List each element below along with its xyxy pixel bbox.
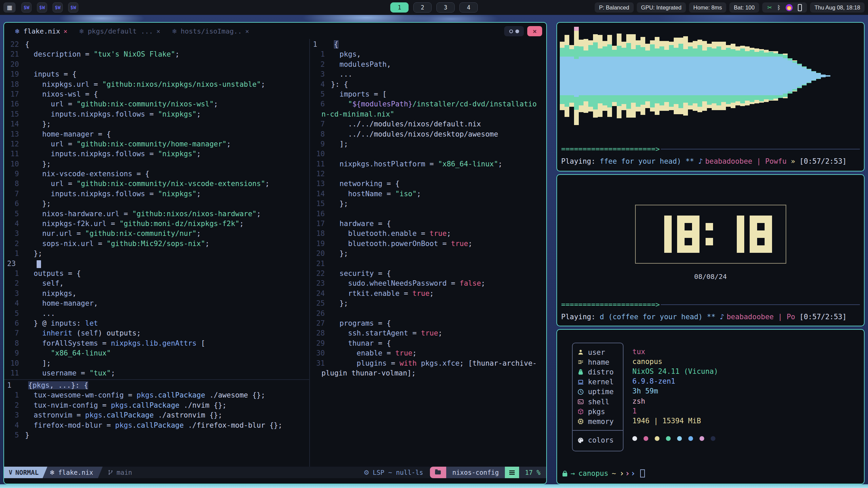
code-line[interactable]: 10 };	[4, 159, 309, 169]
code-line[interactable]: 1 };	[4, 249, 309, 259]
code-pane-pkgs-default[interactable]: 1{pkgs, ...}: {1 tux-awesome-wm-config =…	[4, 380, 309, 467]
buffer-tab-hosts-isoimage[interactable]: ❄ hosts/isoImag.. ×	[166, 23, 255, 39]
code-line[interactable]: 20	[4, 60, 309, 69]
code-line[interactable]: 1{	[310, 40, 546, 49]
code-line[interactable]: 12 url = "github:nix-community/home-mana…	[4, 139, 309, 149]
gpu-pill[interactable]: GPU: Integrated	[637, 2, 686, 13]
code-line[interactable]: 4 nixpkgs-f2k.url = "github:moni-dz/nixp…	[4, 219, 309, 229]
command-line[interactable]	[4, 478, 546, 484]
code-line[interactable]: 18 bluetooth.enable = true;	[310, 229, 546, 239]
code-line[interactable]: 23 sudo.wheelNeedsPassword = false;	[310, 279, 546, 288]
code-line[interactable]: 6 } @ inputs: let	[4, 319, 309, 328]
code-line[interactable]: 16	[310, 209, 546, 219]
home-latency-pill[interactable]: Home: 8ms	[689, 2, 726, 13]
code-line[interactable]: 19 inputs = {	[4, 69, 309, 79]
code-line[interactable]: 7 inherit (self) outputs;	[4, 328, 309, 338]
buffer-tab-flake[interactable]: ❄ flake.nix ×	[9, 23, 73, 39]
view-toggle-button[interactable]	[504, 26, 524, 36]
code-line[interactable]: 8 url = "github:nix-community/nix-vscode…	[4, 179, 309, 189]
code-line[interactable]: 9 nix-vscode-extensions = {	[4, 169, 309, 179]
workspace-button[interactable]: $W	[53, 2, 63, 13]
topbar-tab-4[interactable]: 4	[459, 2, 478, 13]
workspace-button[interactable]: $W	[37, 2, 47, 13]
code-line[interactable]: 5 nixos-hardware.url = "github:nixos/nix…	[4, 209, 309, 219]
launcher-button[interactable]: ▦	[3, 2, 16, 13]
code-line[interactable]: 13 networking = {	[310, 179, 546, 189]
code-line[interactable]: 21	[310, 259, 546, 269]
code-line[interactable]: n-cd-minimal.nix"	[310, 109, 546, 119]
code-line[interactable]: 19 bluetooth.powerOnBoot = true;	[310, 239, 546, 249]
code-line[interactable]: 12	[310, 169, 546, 179]
bluetooth-icon[interactable]: ᛒ	[777, 4, 781, 11]
phone-icon[interactable]	[798, 4, 802, 11]
code-pane-isoimage[interactable]: 1{1 pkgs,2 modulesPath,3 ...4}: {5 impor…	[310, 39, 546, 467]
code-line[interactable]: 2 self,	[4, 279, 309, 288]
code-line[interactable]: 30 enable = true;	[310, 348, 546, 358]
shell-prompt[interactable]: → canopus ~ › › ›	[563, 469, 645, 477]
buffer-tab-pkgs-default[interactable]: ❄ pkgs/default ... ×	[73, 23, 166, 39]
code-line[interactable]: 3 ...	[310, 69, 546, 79]
code-line[interactable]: 2 tux-nvim-config = pkgs.callPackage ./n…	[4, 401, 309, 410]
code-line[interactable]: 7 ../../modules/nixos/default.nix	[310, 119, 546, 129]
close-icon[interactable]: ×	[245, 27, 249, 35]
code-line[interactable]: 6 "${modulesPath}/installer/cd-dvd/insta…	[310, 99, 546, 109]
code-line[interactable]: 9 "x86_64-linux"	[4, 348, 309, 358]
code-line[interactable]: plugin thunar-volman];	[310, 368, 546, 378]
code-line[interactable]: 11 inputs.nixpkgs.follows = "nixpkgs";	[4, 149, 309, 159]
topbar-tab-1[interactable]: 1	[390, 2, 409, 13]
code-line[interactable]: 21 description = "tux's NixOS Flake";	[4, 49, 309, 59]
code-line[interactable]: 4}: {	[310, 80, 546, 89]
scissors-icon[interactable]: ✂	[767, 4, 772, 11]
topbar-tab-3[interactable]: 3	[436, 2, 455, 13]
code-line[interactable]: 22{	[4, 40, 309, 49]
code-line[interactable]: 26	[310, 309, 546, 319]
close-icon[interactable]: ×	[63, 27, 67, 35]
code-line[interactable]: 1 pkgs,	[310, 49, 546, 59]
code-pane-flake[interactable]: 22{21 description = "tux's NixOS Flake";…	[4, 39, 309, 379]
code-line[interactable]: 23	[4, 259, 309, 269]
code-line[interactable]: 10	[310, 149, 546, 159]
code-line[interactable]: 3 astronvim = pkgs.callPackage ./astronv…	[4, 410, 309, 420]
code-line[interactable]: 13 home-manager = {	[4, 129, 309, 139]
window-close-button[interactable]: ×	[527, 26, 542, 36]
power-profile-pill[interactable]: P: Balanced	[595, 2, 634, 13]
code-line[interactable]: 18 nixpkgs.url = "github:nixos/nixpkgs/n…	[4, 80, 309, 89]
code-line[interactable]: 3 nur.url = "github:nix-community/nur";	[4, 229, 309, 239]
code-line[interactable]: 4 home-manager,	[4, 299, 309, 308]
code-line[interactable]: 11 username = "tux";	[4, 368, 309, 378]
workspace-button[interactable]: $W	[21, 2, 32, 13]
fire-icon[interactable]	[786, 4, 793, 11]
code-line[interactable]: 6 };	[4, 199, 309, 209]
clock-pill[interactable]: Thu Aug 08, 18:18	[810, 2, 865, 13]
battery-pill[interactable]: Bat: 100	[729, 2, 759, 13]
code-line[interactable]: 1{pkgs, ...}: {	[4, 381, 309, 390]
code-line[interactable]: 17 hardware = {	[310, 219, 546, 229]
code-line[interactable]: 14 };	[4, 119, 309, 129]
workspace-button[interactable]: $W	[68, 2, 78, 13]
code-line[interactable]: 8 forAllSystems = nixpkgs.lib.genAttrs [	[4, 339, 309, 348]
code-line[interactable]: 5}	[4, 430, 309, 440]
code-line[interactable]: 25 };	[310, 299, 546, 308]
code-line[interactable]: 15 inputs.nixpkgs.follows = "nixpkgs";	[4, 109, 309, 119]
code-line[interactable]: 17 nixos-wsl = {	[4, 89, 309, 99]
code-line[interactable]: 4 firefox-mod-blur = pkgs.callPackage ./…	[4, 421, 309, 430]
code-line[interactable]: 15 };	[310, 199, 546, 209]
code-line[interactable]: 22 security = {	[310, 269, 546, 279]
code-line[interactable]: 31 plugins = with pkgs.xfce; [thunar-arc…	[310, 359, 546, 368]
code-line[interactable]: 28 ssh.startAgent = true;	[310, 328, 546, 338]
code-line[interactable]: 27 programs = {	[310, 319, 546, 328]
code-line[interactable]: 14 hostName = "iso";	[310, 189, 546, 199]
code-line[interactable]: 5 imports = [	[310, 89, 546, 99]
code-line[interactable]: 24 rtkit.enable = true;	[310, 289, 546, 299]
code-line[interactable]: 11 nixpkgs.hostPlatform = "x86_64-linux"…	[310, 159, 546, 169]
code-line[interactable]: 16 url = "github:nix-community/nixos-wsl…	[4, 99, 309, 109]
topbar-tab-2[interactable]: 2	[413, 2, 432, 13]
code-line[interactable]: 2 modulesPath,	[310, 60, 546, 69]
code-line[interactable]: 9 ];	[310, 139, 546, 149]
code-line[interactable]: 5 ...	[4, 309, 309, 319]
code-line[interactable]: 3 nixpkgs,	[4, 289, 309, 299]
code-line[interactable]: 20 };	[310, 249, 546, 259]
code-line[interactable]: 10 ];	[4, 359, 309, 368]
close-icon[interactable]: ×	[156, 27, 160, 35]
code-line[interactable]: 1 outputs = {	[4, 269, 309, 279]
